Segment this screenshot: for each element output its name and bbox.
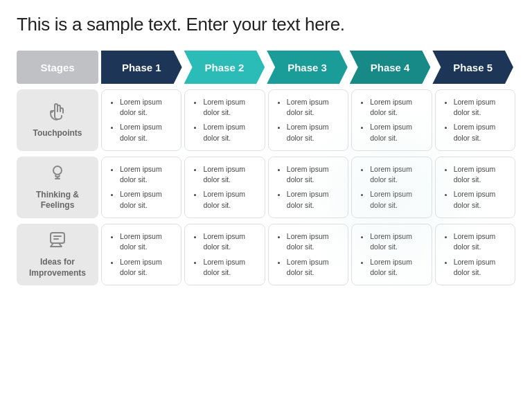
list-item: Lorem ipsum dolor sit. — [370, 97, 424, 118]
phase-header-3: Phase 3 — [267, 51, 348, 84]
data-cell-r2-c4: Lorem ipsum dolor sit.Lorem ipsum dolor … — [435, 224, 515, 285]
svg-rect-3 — [51, 233, 64, 243]
list-item: Lorem ipsum dolor sit. — [120, 122, 174, 143]
list-item: Lorem ipsum dolor sit. — [287, 122, 341, 143]
row-label-text-2: Ideas for Improvements — [29, 257, 86, 278]
table-row: TouchpointsLorem ipsum dolor sit.Lorem i… — [17, 89, 515, 151]
list-item: Lorem ipsum dolor sit. — [120, 164, 174, 185]
data-cell-r0-c3: Lorem ipsum dolor sit.Lorem ipsum dolor … — [351, 89, 432, 151]
row-icon-0 — [49, 102, 66, 124]
row-label-text-1: Thinking & Feelings — [36, 190, 79, 211]
list-item: Lorem ipsum dolor sit. — [120, 231, 174, 252]
list-item: Lorem ipsum dolor sit. — [370, 164, 424, 185]
journey-map-table: Stages Phase 1Phase 2Phase 3Phase 4Phase… — [17, 51, 515, 285]
data-cell-r1-c4: Lorem ipsum dolor sit.Lorem ipsum dolor … — [435, 157, 515, 218]
list-item: Lorem ipsum dolor sit. — [370, 231, 424, 252]
row-label-2: Ideas for Improvements — [17, 224, 98, 285]
list-item: Lorem ipsum dolor sit. — [120, 189, 174, 210]
list-item: Lorem ipsum dolor sit. — [203, 189, 257, 210]
row-data-cells-0: Lorem ipsum dolor sit.Lorem ipsum dolor … — [101, 89, 515, 151]
data-cell-r0-c1: Lorem ipsum dolor sit.Lorem ipsum dolor … — [184, 89, 265, 151]
list-item: Lorem ipsum dolor sit. — [287, 189, 341, 210]
list-item: Lorem ipsum dolor sit. — [454, 257, 508, 278]
row-icon-1 — [49, 163, 66, 186]
row-data-cells-2: Lorem ipsum dolor sit.Lorem ipsum dolor … — [101, 224, 515, 285]
list-item: Lorem ipsum dolor sit. — [454, 164, 508, 185]
list-item: Lorem ipsum dolor sit. — [287, 164, 341, 185]
list-item: Lorem ipsum dolor sit. — [370, 257, 424, 278]
data-cell-r2-c3: Lorem ipsum dolor sit.Lorem ipsum dolor … — [351, 224, 432, 285]
phase-header-5: Phase 5 — [432, 51, 513, 84]
row-icon-2 — [49, 231, 66, 253]
data-cell-r1-c2: Lorem ipsum dolor sit.Lorem ipsum dolor … — [268, 157, 348, 218]
data-cell-r1-c0: Lorem ipsum dolor sit.Lorem ipsum dolor … — [101, 157, 181, 218]
list-item: Lorem ipsum dolor sit. — [203, 122, 257, 143]
list-item: Lorem ipsum dolor sit. — [203, 257, 257, 278]
list-item: Lorem ipsum dolor sit. — [454, 122, 508, 143]
list-item: Lorem ipsum dolor sit. — [120, 97, 174, 118]
list-item: Lorem ipsum dolor sit. — [370, 189, 424, 210]
list-item: Lorem ipsum dolor sit. — [203, 231, 257, 252]
list-item: Lorem ipsum dolor sit. — [287, 97, 341, 118]
row-label-0: Touchpoints — [17, 89, 98, 151]
row-data-cells-1: Lorem ipsum dolor sit.Lorem ipsum dolor … — [101, 157, 515, 218]
table-row: Thinking & FeelingsLorem ipsum dolor sit… — [17, 157, 515, 218]
phase-header-4: Phase 4 — [350, 51, 431, 84]
data-cell-r1-c1: Lorem ipsum dolor sit.Lorem ipsum dolor … — [184, 157, 265, 218]
list-item: Lorem ipsum dolor sit. — [203, 164, 257, 185]
list-item: Lorem ipsum dolor sit. — [454, 231, 508, 252]
phase-header-2: Phase 2 — [184, 51, 265, 84]
data-cell-r0-c2: Lorem ipsum dolor sit.Lorem ipsum dolor … — [268, 89, 348, 151]
stages-label: Stages — [17, 51, 98, 84]
data-cell-r0-c0: Lorem ipsum dolor sit.Lorem ipsum dolor … — [101, 89, 181, 151]
page-title: This is a sample text. Enter your text h… — [17, 14, 515, 35]
list-item: Lorem ipsum dolor sit. — [454, 97, 508, 118]
table-row: Ideas for ImprovementsLorem ipsum dolor … — [17, 224, 515, 285]
list-item: Lorem ipsum dolor sit. — [203, 97, 257, 118]
header-row: Stages Phase 1Phase 2Phase 3Phase 4Phase… — [17, 51, 515, 84]
list-item: Lorem ipsum dolor sit. — [287, 231, 341, 252]
phase-header-1: Phase 1 — [101, 51, 182, 84]
data-cell-r2-c0: Lorem ipsum dolor sit.Lorem ipsum dolor … — [101, 224, 181, 285]
data-cell-r1-c3: Lorem ipsum dolor sit.Lorem ipsum dolor … — [351, 157, 432, 218]
data-rows: TouchpointsLorem ipsum dolor sit.Lorem i… — [17, 89, 515, 285]
row-label-1: Thinking & Feelings — [17, 157, 98, 218]
list-item: Lorem ipsum dolor sit. — [120, 257, 174, 278]
list-item: Lorem ipsum dolor sit. — [370, 122, 424, 143]
row-label-text-0: Touchpoints — [33, 128, 82, 139]
list-item: Lorem ipsum dolor sit. — [454, 189, 508, 210]
data-cell-r2-c1: Lorem ipsum dolor sit.Lorem ipsum dolor … — [184, 224, 265, 285]
svg-point-0 — [53, 166, 62, 175]
list-item: Lorem ipsum dolor sit. — [287, 257, 341, 278]
phase-headers: Phase 1Phase 2Phase 3Phase 4Phase 5 — [101, 51, 515, 84]
data-cell-r0-c4: Lorem ipsum dolor sit.Lorem ipsum dolor … — [435, 89, 515, 151]
data-cell-r2-c2: Lorem ipsum dolor sit.Lorem ipsum dolor … — [268, 224, 348, 285]
